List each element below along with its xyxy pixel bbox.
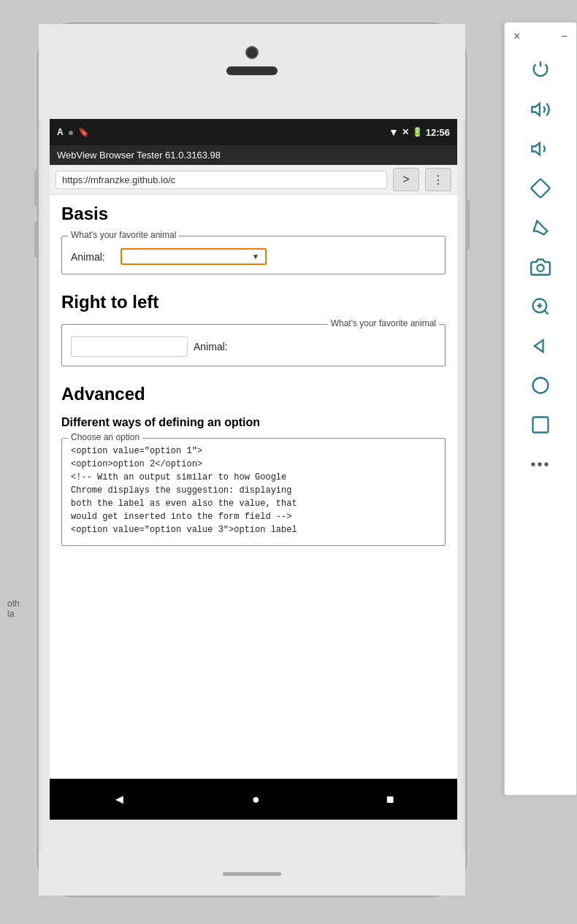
android-home-button[interactable]: ● [252,792,260,807]
animal-select[interactable]: ▼ [121,248,267,265]
volume-up-button[interactable] [34,170,38,207]
panel-more-button[interactable]: ••• [515,446,566,482]
url-text: https://mfranzke.github.io/c [62,174,175,185]
code-content: <option value="option 1"> <option>option… [71,444,436,536]
status-icon-a: A [57,127,64,137]
volume-down-button[interactable] [34,221,38,258]
svg-marker-0 [532,104,540,115]
side-panel: × − [504,22,577,796]
svg-line-5 [544,310,548,314]
svg-rect-10 [533,417,549,433]
subsection-title: Different ways of defining an option [61,416,446,429]
rtl-fieldset: What's your favorite animal :Animal [61,324,446,366]
forward-button[interactable]: > [393,168,419,191]
phone-shell: A ● 🔖 ▼ ✕ 🔋 12:56 WebView Browser Tester… [37,22,467,898]
code-legend: Choose an option [68,432,142,442]
more-dots: ••• [530,456,550,473]
rtl-animal-label: :Animal [194,341,228,353]
section-advanced-title: Advanced [61,384,446,404]
android-nav-bar: ◄ ● ■ [50,779,457,820]
panel-volume-up-button[interactable] [515,91,566,128]
rtl-input[interactable] [71,336,188,357]
android-back-button[interactable]: ◄ [112,792,126,807]
browser-title: WebView Browser Tester 61.0.3163.98 [57,150,221,161]
panel-zoom-in-button[interactable] [515,288,566,325]
svg-marker-8 [535,340,543,352]
svg-rect-2 [531,179,550,198]
status-icons-left: A ● 🔖 [57,126,89,138]
panel-home-button[interactable] [515,367,566,404]
rtl-form-row: :Animal [71,336,436,357]
rtl-legend: What's your favorite animal [328,318,439,328]
status-icons-right: ▼ ✕ 🔋 12:56 [389,126,450,138]
browser-addressbar: https://mfranzke.github.io/c > ⋮ [50,165,457,195]
panel-volume-down-button[interactable] [515,131,566,167]
battery-icon: 🔋 [412,127,423,137]
side-panel-controls: × − [505,30,576,43]
camera-sensor [245,46,259,59]
speaker [226,66,278,75]
section-basis-title: Basis [61,204,446,224]
section-rtl-title: Right to left [61,292,446,312]
basis-fieldset: What's your favorite animal Animal: ▼ [61,236,446,274]
status-icon-circle: ● [68,126,74,138]
time-display: 12:56 [426,127,450,138]
status-icon-bag: 🔖 [78,127,89,137]
animal-label: Animal: [71,251,115,263]
side-panel-close-button[interactable]: × [513,30,520,43]
phone-top [39,24,465,119]
signal-icon: ✕ [402,127,409,137]
panel-camera-button[interactable] [515,249,566,285]
outside-label-left: oth la [7,598,20,619]
home-indicator [223,872,281,876]
svg-point-9 [533,378,549,393]
status-bar: A ● 🔖 ▼ ✕ 🔋 12:56 [50,119,457,145]
phone-bottom [39,852,465,896]
panel-overview-button[interactable] [515,407,566,443]
svg-marker-1 [532,143,540,155]
svg-point-3 [537,265,543,272]
side-panel-minimize-button[interactable]: − [561,30,568,43]
code-fieldset: Choose an option <option value="option 1… [61,438,446,546]
wifi-icon: ▼ [389,126,399,138]
more-button[interactable]: ⋮ [425,168,451,191]
panel-back-button[interactable] [515,328,566,364]
panel-rotate-button[interactable] [515,170,566,207]
select-arrow-icon: ▼ [252,253,259,261]
panel-power-button[interactable] [515,52,566,88]
basis-legend: What's your favorite animal [68,230,179,240]
power-button[interactable] [466,199,470,250]
phone-screen: A ● 🔖 ▼ ✕ 🔋 12:56 WebView Browser Tester… [50,119,457,820]
android-overview-button[interactable]: ■ [386,792,394,807]
panel-orientation-button[interactable] [515,209,566,246]
basis-form-row: Animal: ▼ [71,248,436,265]
browser-titlebar: WebView Browser Tester 61.0.3163.98 [50,145,457,165]
page-content: Basis What's your favorite animal Animal… [50,195,457,774]
url-input[interactable]: https://mfranzke.github.io/c [56,171,387,189]
